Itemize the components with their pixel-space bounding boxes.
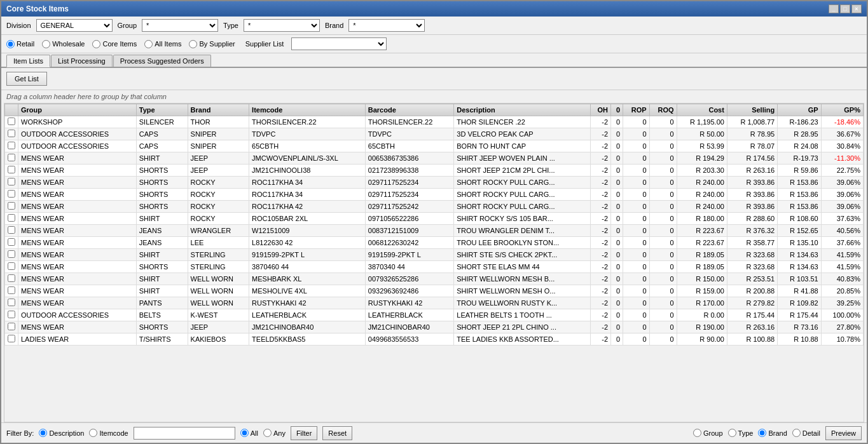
tab-item-lists[interactable]: Item Lists bbox=[6, 55, 50, 67]
retail-radio-item[interactable]: Retail bbox=[6, 40, 34, 48]
col-group[interactable]: Group bbox=[18, 104, 137, 116]
col-cost[interactable]: Cost bbox=[677, 104, 727, 116]
table-row[interactable]: MENS WEARSHORTSJEEPJM21CHINOBAR40JM21CHI… bbox=[5, 321, 864, 333]
row-checkbox[interactable] bbox=[8, 142, 15, 149]
col-gp-pct[interactable]: GP% bbox=[821, 104, 863, 116]
bottom-detail-item[interactable]: Detail bbox=[792, 429, 820, 437]
filter-description-item[interactable]: Description bbox=[39, 429, 84, 437]
row-checkbox[interactable] bbox=[8, 311, 15, 318]
close-button[interactable]: × bbox=[851, 4, 862, 13]
row-checkbox[interactable] bbox=[8, 130, 15, 137]
row-checkbox[interactable] bbox=[8, 118, 15, 125]
col-roq[interactable]: ROQ bbox=[649, 104, 677, 116]
table-row[interactable]: MENS WEARJEANSLEEL8122630 42006812263024… bbox=[5, 237, 864, 249]
col-0[interactable]: 0 bbox=[611, 104, 623, 116]
table-cell: SNIPER bbox=[188, 140, 249, 152]
table-row[interactable]: LADIES WEART/SHIRTSKAKIEBOSTEELD5KKBAS50… bbox=[5, 333, 864, 346]
col-oh[interactable]: OH bbox=[590, 104, 610, 116]
bottom-group-radio[interactable] bbox=[693, 429, 701, 437]
row-checkbox[interactable] bbox=[8, 226, 15, 234]
group-select[interactable]: * bbox=[142, 19, 218, 32]
filter-all-radio[interactable] bbox=[240, 429, 249, 437]
row-checkbox[interactable] bbox=[8, 202, 15, 210]
row-checkbox[interactable] bbox=[8, 190, 15, 198]
row-checkbox[interactable] bbox=[8, 323, 15, 330]
retail-radio[interactable] bbox=[6, 40, 15, 48]
brand-select[interactable]: * bbox=[348, 19, 425, 32]
col-rop[interactable]: ROP bbox=[623, 104, 649, 116]
table-row[interactable]: MENS WEARSHIRTJEEPJMCWOVENPLAINL/S-3XL00… bbox=[5, 152, 864, 165]
table-cell: 39.25% bbox=[821, 297, 863, 309]
col-itemcode[interactable]: Itemcode bbox=[249, 104, 366, 116]
core-items-radio[interactable] bbox=[92, 40, 100, 48]
reset-button[interactable]: Reset bbox=[322, 426, 352, 440]
table-row[interactable]: OUTDOOR ACCESSORIESCAPSSNIPERTDVPCTDVPC3… bbox=[5, 128, 864, 140]
bottom-type-item[interactable]: Type bbox=[728, 429, 754, 437]
table-row[interactable]: WORKSHOPSILENCERTHORTHORSILENCER.22THORS… bbox=[5, 116, 864, 128]
row-checkbox[interactable] bbox=[8, 262, 15, 270]
bottom-brand-radio[interactable] bbox=[758, 429, 766, 437]
filter-itemcode-radio[interactable] bbox=[89, 429, 97, 437]
col-barcode[interactable]: Barcode bbox=[365, 104, 453, 116]
table-row[interactable]: OUTDOOR ACCESSORIESCAPSSNIPER65CBTH65CBT… bbox=[5, 140, 864, 152]
filter-any-item[interactable]: Any bbox=[263, 429, 286, 437]
maximize-button[interactable]: □ bbox=[840, 4, 850, 13]
table-cell: JM21CHINOOLI38 bbox=[249, 165, 366, 177]
by-supplier-radio-item[interactable]: By Supplier bbox=[189, 40, 235, 48]
table-row[interactable]: MENS WEARSHIRTROCKYROC105BAR 2XL09710565… bbox=[5, 213, 864, 225]
table-row[interactable]: MENS WEARSHORTSROCKYROC117KHA 3402971175… bbox=[5, 189, 864, 201]
filter-description-radio[interactable] bbox=[39, 429, 47, 437]
core-items-radio-item[interactable]: Core Items bbox=[92, 40, 137, 48]
table-cell: 27.80% bbox=[821, 321, 863, 333]
bottom-brand-item[interactable]: Brand bbox=[758, 429, 787, 437]
supplier-list-select[interactable] bbox=[291, 37, 387, 50]
by-supplier-radio[interactable] bbox=[189, 40, 197, 48]
filter-all-item[interactable]: All bbox=[240, 429, 258, 437]
table-row[interactable]: MENS WEARJEANSWRANGLERW12151009008371215… bbox=[5, 225, 864, 237]
all-items-radio[interactable] bbox=[144, 40, 153, 48]
table-row[interactable]: MENS WEARPANTSWELL WORNRUSTYKHAKI 42RUST… bbox=[5, 297, 864, 309]
filter-itemcode-item[interactable]: Itemcode bbox=[89, 429, 128, 437]
minimize-button[interactable]: _ bbox=[829, 4, 839, 13]
row-checkbox[interactable] bbox=[8, 286, 15, 294]
row-checkbox[interactable] bbox=[8, 299, 15, 306]
row-checkbox[interactable] bbox=[8, 178, 15, 185]
filter-button[interactable]: Filter bbox=[291, 426, 317, 440]
row-checkbox[interactable] bbox=[8, 238, 15, 246]
bottom-type-radio[interactable] bbox=[728, 429, 736, 437]
row-checkbox[interactable] bbox=[8, 274, 15, 282]
row-checkbox[interactable] bbox=[8, 166, 15, 173]
table-row[interactable]: MENS WEARSHIRTWELL WORNMESHOLIVE 4XL0932… bbox=[5, 285, 864, 297]
row-checkbox[interactable] bbox=[8, 214, 15, 222]
col-type[interactable]: Type bbox=[136, 104, 188, 116]
preview-button[interactable]: Preview bbox=[825, 426, 862, 440]
col-description[interactable]: Description bbox=[454, 104, 591, 116]
get-list-button[interactable]: Get List bbox=[6, 72, 47, 86]
table-row[interactable]: MENS WEARSHORTSROCKYROC117KHA 4202971175… bbox=[5, 201, 864, 213]
table-row[interactable]: MENS WEARSHORTSSTERLING3870460 443870340… bbox=[5, 261, 864, 273]
type-select[interactable]: * bbox=[244, 19, 320, 32]
table-row[interactable]: OUTDOOR ACCESSORIESBELTSK-WESTLEATHERBLA… bbox=[5, 309, 864, 321]
filter-any-radio[interactable] bbox=[263, 429, 272, 437]
row-checkbox[interactable] bbox=[8, 154, 15, 161]
division-select[interactable]: GENERAL bbox=[36, 19, 113, 32]
wholesale-radio[interactable] bbox=[42, 40, 50, 48]
tab-list-processing[interactable]: List Processing bbox=[51, 55, 113, 67]
col-brand[interactable]: Brand bbox=[188, 104, 249, 116]
table-row[interactable]: MENS WEARSHORTSROCKYROC117KHA 3402971175… bbox=[5, 177, 864, 189]
row-checkbox[interactable] bbox=[8, 335, 15, 342]
table-cell: 0217238996338 bbox=[365, 165, 453, 177]
table-row[interactable]: MENS WEARSHIRTSTERLING9191599-2PKT L9191… bbox=[5, 249, 864, 261]
all-items-radio-item[interactable]: All Items bbox=[144, 40, 181, 48]
table-row[interactable]: MENS WEARSHORTSJEEPJM21CHINOOLI380217238… bbox=[5, 165, 864, 177]
row-checkbox[interactable] bbox=[8, 250, 15, 258]
bottom-group-item[interactable]: Group bbox=[693, 429, 723, 437]
col-gp[interactable]: GP bbox=[778, 104, 822, 116]
bottom-detail-radio[interactable] bbox=[792, 429, 801, 437]
tab-process-suggested-orders[interactable]: Process Suggested Orders bbox=[113, 55, 211, 67]
table-row[interactable]: MENS WEARSHIRTWELL WORNMESHBARK XL007932… bbox=[5, 273, 864, 285]
filter-input[interactable] bbox=[134, 427, 235, 440]
wholesale-radio-item[interactable]: Wholesale bbox=[42, 40, 85, 48]
col-selling[interactable]: Selling bbox=[727, 104, 777, 116]
table-container[interactable]: Group Type Brand Itemcode Barcode Descri… bbox=[4, 103, 864, 422]
